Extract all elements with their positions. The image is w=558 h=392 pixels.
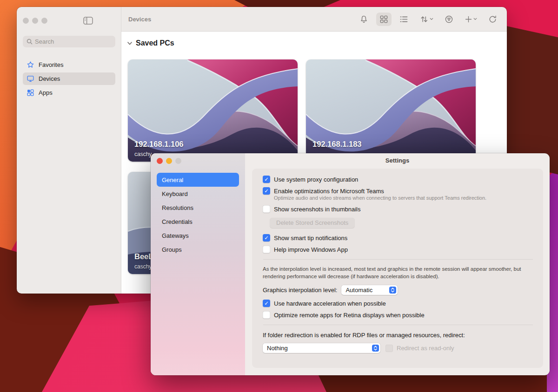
add-button[interactable] <box>461 13 480 26</box>
minimize-button[interactable] <box>32 18 38 24</box>
main-sidebar: Favorites Devices <box>17 7 121 294</box>
checkbox-row[interactable]: Enable optimizations for Microsoft Teams <box>263 187 533 195</box>
settings-tab-credentials[interactable]: Credentials <box>157 215 239 229</box>
checkbox-label: Use hardware acceleration when possible <box>274 300 386 307</box>
pc-card-192-168-1-183[interactable]: 192.168.1.183 <box>306 59 476 162</box>
interpolation-label: Graphics interpolation level: <box>263 287 337 294</box>
search-input[interactable] <box>35 38 105 45</box>
checkbox[interactable] <box>263 300 270 307</box>
checkbox[interactable] <box>263 311 270 319</box>
interpolation-note: As the interpolation level is increased,… <box>263 265 533 280</box>
settings-nav: General Keyboard Resolutions Credentials… <box>157 173 239 256</box>
grid-view-icon <box>379 15 388 24</box>
interpolation-select[interactable]: Automatic <box>341 285 398 295</box>
checkbox-label: Show smart tip notifications <box>274 235 347 242</box>
sort-icon <box>419 15 429 24</box>
pc-name: 192.168.1.183 <box>312 140 362 149</box>
apps-icon <box>27 89 34 97</box>
disclosure-chevron-icon[interactable] <box>127 41 133 46</box>
main-toolbar: Devices <box>121 7 507 32</box>
chevron-down-icon <box>430 18 433 20</box>
checkbox-label: Help improve Windows App <box>274 246 348 253</box>
main-sidebar-nav: Favorites Devices <box>23 59 115 99</box>
folder-redirect-label: If folder redirection is enabled for RDP… <box>263 332 533 339</box>
zoom-button-disabled <box>175 158 181 164</box>
sidebar-item-label: Devices <box>39 75 60 82</box>
checkbox[interactable] <box>263 205 270 213</box>
sidebar-toggle-icon[interactable] <box>83 17 93 25</box>
checkbox[interactable] <box>263 246 270 253</box>
settings-tab-resolutions[interactable]: Resolutions <box>157 201 239 215</box>
stepper-icon <box>372 345 379 352</box>
sidebar-item-favorites[interactable]: Favorites <box>23 59 115 71</box>
notifications-button[interactable] <box>356 13 372 26</box>
checkbox-row[interactable]: Use hardware acceleration when possible <box>263 300 533 307</box>
window-controls[interactable] <box>23 18 47 24</box>
close-button[interactable] <box>157 158 163 164</box>
pc-name: 192.168.1.106 <box>134 140 184 149</box>
checkbox[interactable] <box>263 176 270 183</box>
divider <box>263 259 533 260</box>
settings-window: General Keyboard Resolutions Credentials… <box>151 153 550 375</box>
grid-view-button[interactable] <box>376 13 392 26</box>
settings-tab-keyboard[interactable]: Keyboard <box>157 187 239 201</box>
settings-general-panel: Use system proxy configuration Enable op… <box>252 169 543 368</box>
select-value: Automatic <box>345 287 372 294</box>
delete-screenshots-button[interactable]: Delete Stored Screenshots <box>270 218 355 228</box>
search-icon <box>27 39 33 45</box>
stepper-icon <box>389 287 396 294</box>
chevron-down-icon <box>473 18 477 20</box>
sidebar-item-label: Apps <box>39 89 53 96</box>
readonly-label: Redirect as read-only <box>397 345 454 352</box>
checkbox-label: Use system proxy configuration <box>274 176 358 183</box>
settings-window-title: Settings <box>245 157 550 164</box>
star-icon <box>27 61 34 69</box>
checkbox-label: Optimize remote apps for Retina displays… <box>274 312 425 319</box>
minimize-button[interactable] <box>166 158 172 164</box>
toolbar-title: Devices <box>128 16 151 23</box>
settings-tab-groups[interactable]: Groups <box>157 242 239 256</box>
checkbox-row[interactable]: Show screenshots in thumbnails <box>263 205 533 213</box>
refresh-icon <box>488 15 497 24</box>
settings-tab-general[interactable]: General <box>157 173 239 187</box>
checkbox-row[interactable]: Show smart tip notifications <box>263 234 533 242</box>
sidebar-item-devices[interactable]: Devices <box>23 72 115 85</box>
search-field[interactable] <box>23 36 115 47</box>
folder-redirect-select[interactable]: Nothing <box>263 343 380 353</box>
checkbox[interactable] <box>263 234 270 242</box>
section-title: Saved PCs <box>136 39 174 47</box>
refresh-button[interactable] <box>485 13 500 26</box>
list-view-button[interactable] <box>396 13 412 26</box>
window-controls[interactable] <box>157 158 245 164</box>
list-view-icon <box>399 15 408 24</box>
sidebar-item-label: Favorites <box>39 61 63 68</box>
checkbox-subtext: Optimize audio and video streams when co… <box>274 195 533 201</box>
close-button[interactable] <box>23 18 29 24</box>
readonly-checkbox-disabled <box>385 345 393 352</box>
pc-card-192-168-1-106[interactable]: 192.168.1.106 caschy <box>128 59 298 162</box>
checkbox-label: Enable optimizations for Microsoft Teams <box>274 188 384 195</box>
checkbox-row[interactable]: Optimize remote apps for Retina displays… <box>263 311 533 319</box>
filter-icon <box>445 15 453 24</box>
divider <box>263 325 533 325</box>
zoom-button[interactable] <box>41 18 47 24</box>
display-icon <box>27 75 34 83</box>
select-value: Nothing <box>267 345 288 352</box>
checkbox-row[interactable]: Help improve Windows App <box>263 246 533 253</box>
sort-button[interactable] <box>416 13 437 26</box>
checkbox-row[interactable]: Use system proxy configuration <box>263 176 533 183</box>
bell-icon <box>359 15 368 24</box>
settings-sidebar: General Keyboard Resolutions Credentials… <box>151 153 245 375</box>
checkbox-label: Show screenshots in thumbnails <box>274 206 360 213</box>
checkbox[interactable] <box>263 187 270 195</box>
pc-username: caschy <box>134 151 152 157</box>
plus-icon <box>465 15 472 23</box>
pc-username: caschy <box>134 263 152 270</box>
sidebar-item-apps[interactable]: Apps <box>23 86 115 99</box>
interpolation-row: Graphics interpolation level: Automatic <box>263 285 533 295</box>
filter-button[interactable] <box>441 13 457 26</box>
folder-redirect-row: Nothing Redirect as read-only <box>263 343 533 353</box>
settings-tab-gateways[interactable]: Gateways <box>157 229 239 242</box>
saved-pcs-header[interactable]: Saved PCs <box>127 39 174 47</box>
